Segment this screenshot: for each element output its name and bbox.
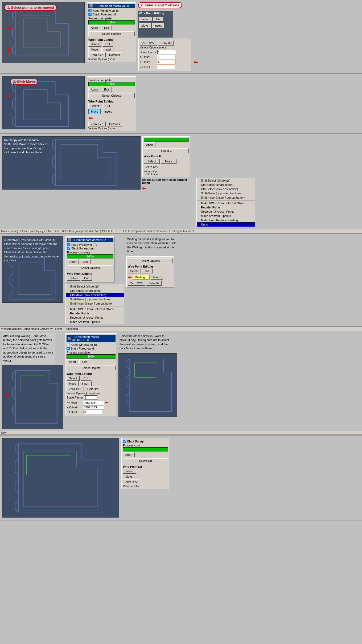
y-offset-row-5: Y Offset — [67, 405, 116, 409]
move-button-1[interactable]: Move — [88, 47, 100, 52]
ctx-make-line[interactable]: Make Line, Replace Existing — [197, 218, 255, 222]
defaults-button-1[interactable]: Defaults — [107, 52, 122, 57]
select-btn-waiting[interactable]: Select — [128, 269, 141, 273]
zero-xyz-button-2[interactable]: Zero XYZ — [88, 122, 106, 126]
select-button-3[interactable]: Select — [144, 159, 160, 164]
ctx4-reverse[interactable]: Reverse (Uncross) Points — [66, 315, 124, 320]
ctx4-ctrl-select[interactable]: Ctrl-Select (smart select) — [66, 289, 124, 293]
x-offset-input[interactable] — [157, 55, 175, 59]
select-cut-small: Select Cut — [138, 16, 173, 22]
ctx-ctrl-select-dest[interactable]: Ctrl-Select (click destination) — [197, 187, 255, 191]
insert-btn-waiting[interactable]: Insert — [151, 275, 163, 280]
abort-button-1[interactable]: Abort — [88, 25, 100, 30]
move-button-5[interactable]: Move — [67, 381, 79, 386]
ctx-make-arc[interactable]: Make Arc from 3 points — [197, 214, 255, 218]
exit-button-1[interactable]: Exit — [101, 25, 112, 30]
zero-xyz-button-5[interactable]: Zero XYZ — [67, 387, 84, 391]
select-objects-button-2[interactable]: Select Objects — [88, 93, 135, 98]
select-button-1[interactable]: Select — [88, 42, 101, 47]
defaults-button-5[interactable]: Defaults — [85, 387, 100, 391]
ctx-undo[interactable]: Undo — [197, 222, 255, 227]
ctx4-shift-move[interactable]: Shift-Move (opposite direction) — [66, 297, 124, 301]
ctx-reorder[interactable]: Reorder Points — [197, 205, 255, 210]
ctx-shift-move[interactable]: Shift-Move (opposite direction) — [197, 191, 255, 195]
abort-button-3[interactable]: Abort — [144, 142, 155, 147]
ctx-ctrl-select[interactable]: Ctrl-Select (smart select) — [197, 183, 255, 187]
keep-window-check-5[interactable] — [67, 343, 70, 346]
select-button-5[interactable]: Select — [67, 376, 80, 381]
abort-row-3: Abort — [144, 142, 189, 147]
insert-button-5[interactable]: Insert — [80, 381, 92, 386]
progress-fill-3 — [144, 138, 188, 141]
ctx4-make-arc[interactable]: Make Arc from 3 points — [66, 320, 124, 324]
zero-xyz-waiting[interactable]: Zero XYZ — [128, 281, 145, 286]
cut-button-4[interactable]: Cut — [81, 276, 92, 281]
exit-button-5[interactable]: Exit — [79, 359, 90, 364]
abort-button-2[interactable]: Abort — [88, 87, 100, 92]
keep-window-check[interactable] — [88, 9, 92, 12]
z-offset-input[interactable] — [157, 65, 175, 69]
cut-button-1[interactable]: Cut — [102, 42, 113, 47]
move-button-2[interactable]: Move — [88, 109, 101, 114]
insert-button-2[interactable]: Insert — [102, 109, 114, 114]
abort-button-5[interactable]: Abort — [67, 359, 78, 364]
ctx4-ctrl-move[interactable]: Ctrl-Move (click destination) — [66, 293, 124, 297]
cut-button-2[interactable]: Cut — [102, 104, 113, 108]
zero-xyz-3[interactable]: Zero XYZ — [144, 165, 161, 169]
progress-fill-1: 100% — [89, 20, 134, 24]
zero-xyz-button-1[interactable]: Zero XYZ — [88, 52, 106, 57]
z-input-5[interactable] — [84, 410, 102, 414]
y-input-5[interactable] — [83, 405, 104, 409]
select-button-4[interactable]: Select — [67, 276, 80, 281]
abort-button-6[interactable]: Abort — [123, 452, 135, 457]
select-objects-button-1[interactable]: Select Objects — [88, 31, 135, 36]
insert-button-1[interactable]: Insert — [101, 47, 114, 52]
black-fg-check-4[interactable] — [67, 247, 70, 250]
select-button-small-1[interactable]: Select — [139, 17, 152, 22]
select-btn-6[interactable]: Select — [123, 469, 136, 474]
scale-factor-input[interactable] — [157, 50, 176, 54]
panel-title-text-1: FCBmpImport Macro v0.20 — [94, 4, 129, 7]
context-menu-4: Shift-Select (all points) Ctrl-Select (s… — [65, 284, 124, 324]
scale-input-5[interactable] — [84, 395, 97, 400]
zero-xyz-6[interactable]: Zero XYZ — [123, 479, 140, 484]
exit-button-4[interactable]: Exit — [80, 259, 90, 264]
ctx-shift-select[interactable]: Shift-Select (all points) — [197, 178, 255, 183]
waiting-button[interactable]: Waiting... — [133, 275, 150, 280]
y-offset-input[interactable] — [157, 60, 175, 64]
defaults-waiting[interactable]: Defaults — [146, 281, 162, 286]
ctx-shift-insert[interactable]: Shift-Insert (insert from cut buffer) — [197, 195, 255, 200]
ctx4-shift-select[interactable]: Shift-Select (all points) — [66, 284, 124, 289]
black-fg-check[interactable] — [88, 13, 92, 16]
defaults-button-2[interactable]: Defaults — [107, 122, 122, 126]
defaults-small[interactable]: Defaults — [158, 41, 174, 46]
select-objects-waiting[interactable]: Select Objects — [128, 259, 173, 263]
exit-button-2[interactable]: Exit — [101, 87, 112, 92]
keep-window-check-4[interactable] — [67, 243, 70, 246]
select-ob-button-6[interactable]: Select Ob — [123, 458, 168, 463]
x-input-5[interactable] — [83, 401, 104, 405]
context-menu-label: Select Button right-click context menu — [142, 178, 195, 184]
status-bar-3: Move currently selected point by x,y,z o… — [0, 229, 362, 233]
ctx4-make-dwire[interactable]: Make DWire from Selected Object — [66, 307, 124, 311]
insert-button-small-1[interactable]: Insert — [152, 23, 164, 28]
ctx-make-dwire[interactable]: Make DWire from Selected Object — [197, 201, 255, 205]
cut-button-5[interactable]: Cut — [81, 376, 91, 381]
ctx4-shift-insert[interactable]: Shift-Insert (insert from cut buffe — [66, 301, 124, 306]
move-button-small-1[interactable]: Move — [139, 23, 151, 28]
black-fg-check-5[interactable] — [67, 347, 70, 350]
select-objects-button-5[interactable]: Select Objects — [67, 366, 116, 370]
cut-btn-waiting[interactable]: Cut — [142, 269, 153, 273]
cut-button-small-1[interactable]: Cut — [153, 17, 164, 22]
select-button-2[interactable]: Select — [88, 104, 101, 108]
move-button-3[interactable]: Move — [161, 159, 176, 164]
zero-xyz-small[interactable]: Zero XYZ — [140, 41, 157, 46]
move-btn-6[interactable]: Move — [123, 474, 135, 479]
abort-button-4[interactable]: Abort — [67, 259, 79, 264]
black-fg-check-6[interactable] — [123, 440, 126, 443]
right-section-1: 2. Enter X and Y offsets Wire Point Edit… — [138, 2, 191, 71]
ctx-reverse[interactable]: Reverse (Uncross) Points — [197, 210, 255, 214]
select-objects-button-4[interactable]: Select Objects — [67, 265, 113, 270]
ctx4-reorder[interactable]: Reorder Points — [66, 311, 124, 315]
select-c-button[interactable]: Select C — [144, 148, 189, 153]
